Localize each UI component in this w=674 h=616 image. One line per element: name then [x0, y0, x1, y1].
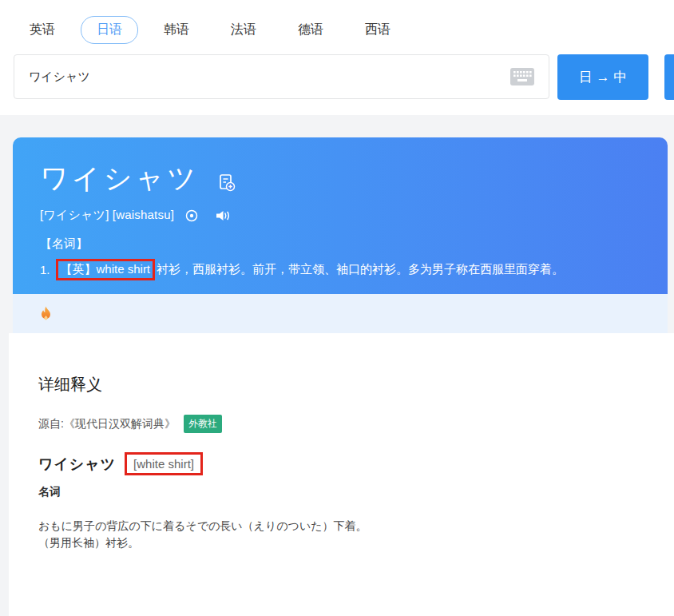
- definition-japanese: おもに男子の背広の下に着るそでの長い（えりのついた）下着。: [38, 518, 674, 535]
- pos-header: 【名词】: [40, 236, 644, 252]
- highlight-box: 【英】white shirt: [56, 259, 156, 280]
- definition-row: 1. 【英】white shirt 衬衫，西服衬衫。前开，带立领、袖口的衬衫。多…: [40, 259, 644, 280]
- speaker-icon[interactable]: [215, 209, 231, 223]
- highlight-box: [white shirt]: [125, 452, 203, 475]
- definition-highlight: 【英】white shirt: [61, 262, 151, 276]
- entry-pos: 名词: [38, 485, 674, 499]
- source-row: 源自:《现代日汉双解词典》 外教社: [38, 415, 674, 433]
- tab-french[interactable]: 法语: [231, 22, 256, 38]
- keyboard-icon[interactable]: [510, 68, 534, 85]
- hot-words-strip: [13, 294, 668, 333]
- definition-chinese: （男用长袖）衬衫。: [38, 535, 674, 551]
- language-tabs: 英语 日语 韩语 法语 德语 西语: [30, 16, 432, 43]
- tab-german[interactable]: 德语: [298, 22, 323, 38]
- definition-rest: 衬衫，西服衬衫。前开，带立领、袖口的衬衫。多为男子称在西服里面穿着。: [157, 262, 564, 277]
- search-row: 日 → 中: [0, 54, 674, 100]
- detail-panel: 详细释义 源自:《现代日汉双解词典》 外教社 ワイシャツ [white shir…: [9, 333, 674, 616]
- tab-spanish[interactable]: 西语: [365, 22, 391, 38]
- definition-index: 1.: [40, 263, 50, 276]
- source-text: 源自:《现代日汉双解词典》: [38, 417, 176, 431]
- tab-japanese[interactable]: 日语: [81, 16, 138, 44]
- entry-word: ワイシャツ: [38, 455, 116, 474]
- secondary-button-partial[interactable]: [664, 54, 674, 100]
- flame-icon: [39, 306, 53, 322]
- entry-translation: [white shirt]: [133, 457, 194, 471]
- dictionary-page: 英语 日语 韩语 法语 德语 西语: [0, 0, 674, 616]
- tab-korean[interactable]: 韩语: [164, 22, 189, 38]
- search-box[interactable]: [14, 54, 549, 99]
- add-to-wordbook-icon[interactable]: [216, 173, 237, 193]
- record-icon[interactable]: [184, 209, 199, 223]
- tab-english[interactable]: 英语: [30, 22, 55, 38]
- section-title: 详细释义: [38, 374, 674, 395]
- pronunciation-text: [ワイシャツ] [waishatsu]: [40, 208, 174, 223]
- entry-definitions: おもに男子の背広の下に着るそでの長い（えりのついた）下着。 （男用长袖）衬衫。: [38, 518, 674, 551]
- publisher-badge: 外教社: [184, 415, 222, 433]
- search-input[interactable]: [29, 70, 510, 84]
- header: 英语 日语 韩语 法语 德语 西语: [0, 0, 674, 115]
- entry-head: ワイシャツ [white shirt]: [38, 452, 674, 475]
- word-card: ワイシャツ [ワイシャツ] [waishatsu]: [13, 137, 668, 294]
- translate-button[interactable]: 日 → 中: [557, 54, 648, 100]
- word-title: ワイシャツ: [40, 160, 199, 197]
